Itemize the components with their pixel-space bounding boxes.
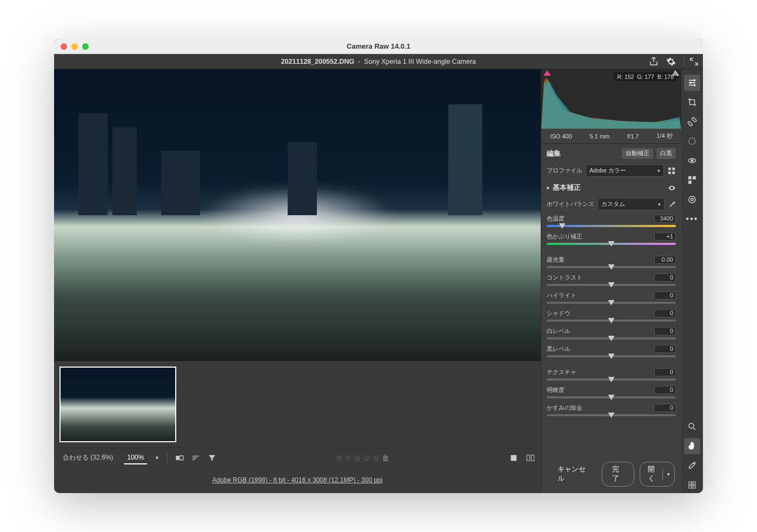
star-1[interactable]: ☆ bbox=[336, 454, 343, 462]
zoom-100-button[interactable]: 100% bbox=[124, 451, 147, 464]
chevron-down-icon: ▾ bbox=[547, 185, 549, 191]
edit-panel: R: 152 G: 177 B: 178 ISO 400 5.1 mm f/1.… bbox=[541, 69, 681, 493]
svg-rect-19 bbox=[688, 181, 691, 184]
svg-point-16 bbox=[691, 159, 694, 162]
crop-tool-icon[interactable] bbox=[684, 94, 700, 110]
star-4[interactable]: ☆ bbox=[363, 454, 370, 462]
wb-select[interactable]: カスタム▾ bbox=[597, 198, 665, 210]
auto-button[interactable]: 自動補正 bbox=[622, 148, 653, 159]
clarity-slider[interactable]: 明瞭度0 bbox=[547, 386, 676, 398]
window-title: Camera Raw 14.0.1 bbox=[54, 42, 703, 50]
svg-point-22 bbox=[689, 423, 694, 428]
shadows-slider[interactable]: シャドウ0 bbox=[547, 309, 676, 322]
svg-rect-8 bbox=[672, 171, 675, 174]
exif-row: ISO 400 5.1 mm f/1.7 1/4 秒 bbox=[541, 129, 681, 144]
filmstrip bbox=[54, 361, 541, 448]
svg-point-20 bbox=[689, 196, 695, 203]
svg-rect-0 bbox=[176, 456, 179, 460]
visibility-icon[interactable] bbox=[668, 184, 676, 192]
star-2[interactable]: ☆ bbox=[345, 454, 352, 462]
workflow-link[interactable]: Adobe RGB (1998) - 8 bit - 4016 x 3008 (… bbox=[213, 476, 383, 484]
dehaze-slider[interactable]: かすみの除去0 bbox=[547, 404, 676, 416]
cancel-button[interactable]: キャンセル bbox=[548, 462, 596, 486]
texture-slider[interactable]: テクスチャ0 bbox=[547, 368, 676, 381]
svg-rect-5 bbox=[668, 168, 671, 170]
rgb-readout: R: 152 G: 177 B: 178 bbox=[614, 72, 677, 81]
more-tools-icon[interactable]: ••• bbox=[684, 211, 700, 227]
grid-tool-icon[interactable] bbox=[684, 477, 700, 493]
svg-rect-12 bbox=[692, 117, 697, 123]
fullscreen-icon[interactable] bbox=[683, 57, 699, 66]
open-dropdown-icon[interactable]: ▾ bbox=[662, 469, 674, 480]
presets-icon[interactable] bbox=[684, 172, 700, 188]
fit-zoom-button[interactable]: 合わせる (32.6%) bbox=[59, 451, 116, 464]
svg-point-11 bbox=[694, 84, 695, 86]
iso-value: ISO 400 bbox=[550, 133, 572, 139]
star-5[interactable]: ☆ bbox=[373, 454, 380, 462]
titlebar: Camera Raw 14.0.1 bbox=[54, 39, 703, 54]
tool-strip: ••• bbox=[681, 69, 703, 493]
filename: 20211128_200552.DNG bbox=[281, 58, 355, 65]
svg-point-10 bbox=[690, 82, 692, 84]
histogram[interactable]: R: 152 G: 177 B: 178 bbox=[541, 69, 681, 129]
file-header: 20211128_200552.DNG - Sony Xperia 1 III … bbox=[54, 54, 703, 69]
profile-select[interactable]: Adobe カラー▾ bbox=[586, 164, 664, 177]
temperature-slider[interactable]: 色温度3400 bbox=[547, 215, 676, 227]
svg-point-9 bbox=[694, 79, 695, 81]
compare-view-icon[interactable] bbox=[526, 454, 535, 462]
zoom-tool-icon[interactable] bbox=[684, 418, 700, 435]
heal-tool-icon[interactable] bbox=[684, 114, 700, 130]
wb-label: ホワイトバランス bbox=[547, 200, 594, 208]
snapshot-icon[interactable] bbox=[684, 191, 700, 208]
svg-rect-3 bbox=[527, 455, 529, 461]
hand-tool-icon[interactable] bbox=[684, 438, 700, 454]
zoom-dropdown-icon[interactable]: ▼ bbox=[155, 455, 160, 461]
before-after-icon[interactable] bbox=[175, 454, 184, 462]
delete-icon[interactable]: 🗑 bbox=[382, 454, 389, 462]
export-icon[interactable] bbox=[649, 57, 659, 66]
blacks-slider[interactable]: 黒レベル0 bbox=[547, 345, 676, 357]
sampler-tool-icon[interactable] bbox=[684, 457, 700, 474]
filter-icon[interactable] bbox=[208, 454, 216, 462]
svg-rect-13 bbox=[688, 121, 693, 127]
edit-tool-icon[interactable] bbox=[684, 75, 700, 91]
svg-rect-1 bbox=[180, 456, 183, 460]
eyedropper-icon[interactable] bbox=[668, 200, 676, 208]
redeye-tool-icon[interactable] bbox=[684, 152, 700, 169]
bottom-toolbar: 合わせる (32.6%) 100% ▼ ☆ ☆ ☆ ☆ ☆ 🗑 bbox=[54, 448, 541, 467]
svg-rect-18 bbox=[693, 176, 696, 179]
profile-browser-icon[interactable] bbox=[667, 167, 676, 175]
star-3[interactable]: ☆ bbox=[354, 454, 361, 462]
edit-title: 編集 bbox=[547, 149, 561, 158]
sort-icon[interactable] bbox=[191, 454, 200, 462]
svg-rect-7 bbox=[668, 171, 671, 174]
profile-label: プロファイル bbox=[547, 167, 582, 175]
single-view-icon[interactable] bbox=[509, 454, 518, 462]
app-window: Camera Raw 14.0.1 20211128_200552.DNG - … bbox=[54, 39, 703, 493]
focal-value: 5.1 mm bbox=[590, 133, 610, 139]
shutter-value: 1/4 秒 bbox=[656, 132, 672, 140]
svg-rect-17 bbox=[688, 176, 691, 179]
image-preview[interactable] bbox=[54, 69, 541, 361]
svg-rect-4 bbox=[531, 455, 534, 461]
bw-button[interactable]: 白黒 bbox=[656, 148, 676, 159]
svg-point-21 bbox=[691, 198, 694, 201]
footer: Adobe RGB (1998) - 8 bit - 4016 x 3008 (… bbox=[54, 467, 541, 493]
mask-tool-icon[interactable] bbox=[684, 133, 700, 149]
open-button[interactable]: 開く▾ bbox=[640, 462, 675, 487]
highlights-slider[interactable]: ハイライト0 bbox=[547, 291, 676, 304]
whites-slider[interactable]: 白レベル0 bbox=[547, 327, 676, 340]
exposure-slider[interactable]: 露光量0.00 bbox=[547, 256, 676, 268]
basic-section-header[interactable]: ▾ 基本補正 bbox=[547, 183, 676, 192]
settings-icon[interactable] bbox=[666, 57, 676, 66]
shadow-clipping-icon[interactable] bbox=[543, 70, 551, 76]
svg-rect-2 bbox=[511, 455, 517, 461]
svg-rect-6 bbox=[672, 168, 675, 170]
contrast-slider[interactable]: コントラスト0 bbox=[547, 274, 676, 286]
done-button[interactable]: 完了 bbox=[602, 462, 634, 487]
tint-slider[interactable]: 色かぶり補正+1 bbox=[547, 232, 676, 245]
aperture-value: f/1.7 bbox=[627, 133, 639, 139]
svg-point-14 bbox=[689, 138, 695, 144]
thumbnail[interactable] bbox=[59, 367, 176, 442]
camera-name: Sony Xperia 1 III Wide-angle Camera bbox=[364, 58, 476, 65]
